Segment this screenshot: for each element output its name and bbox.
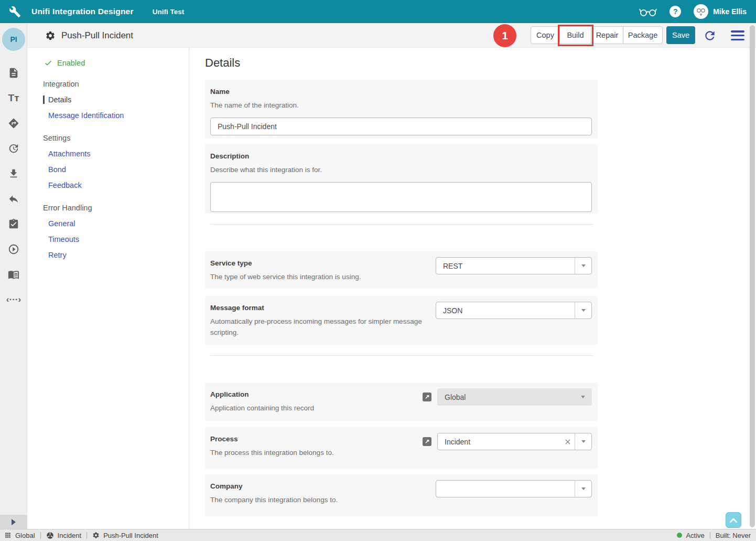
field-company: Company The company this integration bel… bbox=[205, 474, 598, 516]
record-avatar[interactable]: PI bbox=[2, 28, 25, 51]
message-format-label: Message format bbox=[210, 304, 428, 312]
process-dropdown-button[interactable] bbox=[575, 433, 591, 450]
nav-section-error-handling: Error Handling bbox=[43, 200, 189, 216]
company-dropdown-button[interactable] bbox=[575, 481, 591, 497]
active-status-icon bbox=[677, 533, 682, 538]
section-divider bbox=[210, 355, 593, 356]
user-name: Mike Ellis bbox=[713, 7, 747, 16]
scrollbar[interactable] bbox=[750, 25, 755, 527]
user-avatar bbox=[694, 4, 708, 19]
service-type-select[interactable]: REST bbox=[436, 257, 592, 274]
tasks-icon[interactable] bbox=[0, 211, 27, 237]
chevron-down-icon bbox=[581, 440, 586, 443]
breadcrumb-process[interactable]: Incident bbox=[58, 532, 82, 539]
package-button[interactable]: Package bbox=[623, 26, 663, 44]
field-description: Description Describe what this integrati… bbox=[205, 144, 598, 214]
nav-item-bond[interactable]: Bond bbox=[43, 165, 66, 174]
message-format-help: Automatically pre-process incoming messa… bbox=[210, 316, 428, 338]
message-format-dropdown-button[interactable] bbox=[575, 302, 591, 319]
environment-label: Unifi Test bbox=[153, 8, 185, 16]
company-select[interactable] bbox=[436, 480, 592, 497]
expand-arrow-icon bbox=[12, 519, 16, 525]
name-help: The name of the integration. bbox=[210, 100, 592, 111]
company-value bbox=[436, 481, 575, 497]
separator bbox=[87, 532, 87, 539]
chevron-down-icon bbox=[581, 487, 586, 490]
description-textarea[interactable] bbox=[210, 182, 592, 212]
nav-item-retry[interactable]: Retry bbox=[43, 251, 67, 259]
annotation-badge: 1 bbox=[493, 24, 516, 47]
field-message-format: Message format Automatically pre-process… bbox=[205, 296, 598, 345]
sidebar-expand-button[interactable] bbox=[0, 515, 27, 529]
record-title: Push-Pull Incident bbox=[61, 30, 133, 41]
document-icon[interactable] bbox=[0, 60, 27, 86]
build-button[interactable]: Build bbox=[559, 26, 591, 44]
top-header-bar: Unifi Integration Designer Unifi Test ? … bbox=[0, 0, 756, 23]
nav-section-integration: Integration bbox=[43, 76, 189, 92]
status-bar: Global Incident Push-Pull Incident Activ… bbox=[0, 529, 756, 541]
nav-item-attachments[interactable]: Attachments bbox=[43, 150, 91, 158]
record-gear-icon bbox=[45, 30, 56, 41]
user-menu[interactable]: Mike Ellis bbox=[694, 4, 747, 19]
directions-icon[interactable] bbox=[0, 111, 27, 136]
nav-item-feedback[interactable]: Feedback bbox=[43, 181, 82, 189]
name-input[interactable] bbox=[210, 118, 592, 135]
save-button[interactable]: Save bbox=[666, 26, 695, 44]
application-label: Application bbox=[210, 390, 415, 398]
breadcrumb-record[interactable]: Push-Pull Incident bbox=[103, 532, 158, 539]
details-form: Details Name The name of the integration… bbox=[189, 48, 756, 529]
open-record-icon[interactable]: ↗ bbox=[423, 437, 431, 446]
nav-item-general[interactable]: General bbox=[43, 219, 75, 228]
menu-icon[interactable] bbox=[731, 30, 744, 40]
process-wheel-icon bbox=[46, 532, 54, 539]
process-select[interactable]: Incident bbox=[437, 433, 592, 450]
record-nav-panel: Enabled Integration Details Message Iden… bbox=[27, 48, 189, 529]
run-icon[interactable] bbox=[0, 237, 27, 262]
app-title: Unifi Integration Designer bbox=[31, 7, 134, 16]
reply-icon[interactable] bbox=[0, 186, 27, 211]
nav-item-details[interactable]: Details bbox=[43, 96, 71, 104]
service-type-dropdown-button[interactable] bbox=[575, 258, 591, 274]
process-label: Process bbox=[210, 435, 415, 443]
built-status-label: Built: Never bbox=[716, 532, 751, 539]
gear-icon bbox=[92, 532, 100, 539]
help-icon[interactable]: ? bbox=[669, 6, 681, 17]
copy-button[interactable]: Copy bbox=[531, 26, 560, 44]
application-select: Global bbox=[437, 388, 592, 406]
service-type-value: REST bbox=[436, 258, 575, 274]
repair-button[interactable]: Repair bbox=[591, 26, 623, 44]
documentation-icon[interactable] bbox=[0, 262, 27, 287]
name-label: Name bbox=[210, 88, 592, 96]
description-help: Describe what this integration is for. bbox=[210, 165, 592, 176]
breadcrumb-scope[interactable]: Global bbox=[15, 532, 35, 539]
application-value: Global bbox=[438, 389, 575, 405]
grid-icon bbox=[4, 532, 12, 539]
code-icon[interactable]: ‹···› bbox=[0, 287, 27, 312]
chevron-down-icon bbox=[581, 309, 586, 312]
download-icon[interactable] bbox=[0, 161, 27, 186]
enabled-status[interactable]: Enabled bbox=[44, 55, 189, 71]
clear-icon[interactable] bbox=[561, 433, 575, 450]
nav-item-timeouts[interactable]: Timeouts bbox=[43, 235, 79, 243]
field-process: Process The process this integration bel… bbox=[205, 427, 598, 469]
description-label: Description bbox=[210, 152, 592, 160]
field-service-type: Service type The type of web service thi… bbox=[205, 251, 598, 288]
page-title: Details bbox=[205, 56, 756, 70]
history-icon[interactable] bbox=[0, 136, 27, 161]
field-application: Application Application containing this … bbox=[205, 383, 598, 421]
scroll-to-top-button[interactable] bbox=[726, 512, 741, 528]
preview-glasses-icon[interactable] bbox=[639, 6, 657, 17]
record-toolbar: Push-Pull Incident 1 Copy Build Repair P… bbox=[27, 23, 756, 48]
nav-item-message-identification[interactable]: Message Identification bbox=[43, 111, 124, 120]
message-format-select[interactable]: JSON bbox=[436, 302, 592, 319]
separator bbox=[40, 532, 41, 539]
nav-section-settings: Settings bbox=[43, 130, 189, 146]
open-record-icon[interactable]: ↗ bbox=[423, 393, 431, 401]
text-fields-icon[interactable]: Tᴛ bbox=[0, 86, 27, 111]
wrench-icon bbox=[9, 6, 21, 18]
company-label: Company bbox=[210, 482, 428, 490]
message-format-value: JSON bbox=[436, 302, 575, 319]
refresh-icon[interactable] bbox=[703, 28, 717, 43]
active-status-label: Active bbox=[686, 532, 704, 539]
chevron-up-icon bbox=[730, 518, 737, 523]
